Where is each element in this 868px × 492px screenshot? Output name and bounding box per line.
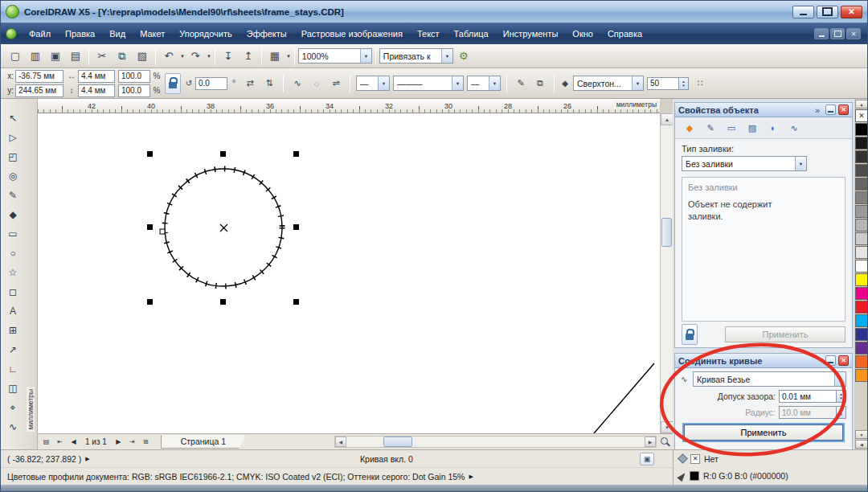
options-button[interactable]: ⚙ [454, 47, 473, 66]
docker-close-button[interactable] [838, 105, 849, 115]
add-page-button[interactable]: ⊞ [139, 436, 153, 449]
color-swatch[interactable] [855, 150, 868, 163]
undo-dropdown-arrow[interactable]: ▼ [180, 54, 185, 59]
outline-dialog-button[interactable]: ✎ [513, 76, 529, 92]
vertical-scrollbar[interactable]: ▲ ▼ [660, 113, 673, 433]
fill-type-combo[interactable]: Без заливки [682, 156, 807, 171]
export-button[interactable]: ↥ [239, 47, 258, 66]
end-arrowhead-combo[interactable]: — [467, 76, 501, 91]
docker-minimize-button[interactable] [825, 105, 836, 115]
first-page-button[interactable]: ⇤ [53, 436, 67, 449]
eyedropper-tool[interactable]: ⌖ [2, 398, 23, 417]
selection-handle[interactable] [220, 299, 226, 305]
color-swatch[interactable] [855, 328, 868, 341]
snap-dropdown-arrow[interactable] [441, 49, 452, 63]
freehand-tool[interactable]: ✎ [2, 186, 23, 205]
color-swatch[interactable] [855, 342, 868, 355]
reverse-direction-button[interactable]: ⇌ [328, 76, 344, 92]
scale-y-field[interactable]: 100.0 [118, 84, 150, 97]
end-arrowhead-dropdown-arrow[interactable] [489, 76, 500, 90]
menu-text[interactable]: Текст [410, 24, 447, 43]
scroll-down-arrow[interactable]: ▼ [661, 421, 674, 433]
docker-close-button[interactable] [838, 355, 849, 366]
selected-circle-object[interactable] [147, 151, 299, 305]
ellipse-tool[interactable]: ○ [2, 244, 23, 263]
paste-button[interactable]: ▨ [133, 47, 152, 66]
color-swatch[interactable] [855, 137, 868, 150]
internet-tab[interactable]: ◐ [764, 120, 783, 136]
spinner-arrows[interactable] [837, 390, 846, 403]
outline-width-dropdown-arrow[interactable] [632, 76, 643, 90]
open-button[interactable]: ▥ [26, 47, 45, 66]
pick-tool[interactable]: ↖ [2, 109, 23, 128]
object-height-field[interactable]: 4.4 мм [78, 84, 115, 97]
menu-view[interactable]: Вид [102, 24, 133, 43]
color-swatch[interactable] [855, 232, 868, 245]
crop-tool[interactable]: ◰ [2, 147, 23, 166]
save-button[interactable]: ▣ [46, 47, 65, 66]
polygon-tool[interactable]: ☆ [2, 263, 23, 282]
last-page-button[interactable]: ⇥ [125, 436, 139, 449]
vertical-scroll-thumb[interactable] [661, 218, 672, 247]
drawing-canvas[interactable] [38, 113, 660, 433]
scroll-up-arrow[interactable]: ▲ [661, 113, 674, 125]
close-button[interactable] [841, 6, 862, 18]
copy-properties-button[interactable]: ⧉ [532, 76, 548, 92]
menu-arrange[interactable]: Упорядочить [172, 24, 239, 43]
minimize-button[interactable] [792, 6, 814, 18]
frame-tab[interactable]: ▭ [722, 120, 741, 136]
auto-apply-lock-button[interactable] [682, 324, 698, 345]
doc-minimize-button[interactable] [814, 28, 829, 39]
outline-pen-tool[interactable]: ∿ [2, 417, 23, 437]
horizontal-scrollbar[interactable]: ◀ ▶ [334, 436, 657, 448]
color-swatch[interactable] [855, 287, 868, 300]
color-swatch[interactable] [855, 123, 868, 136]
dimension-tool[interactable]: ↗ [2, 340, 23, 359]
start-arrowhead-combo[interactable]: — [356, 76, 390, 91]
fill-type-dropdown-arrow[interactable] [795, 157, 806, 170]
color-swatch[interactable] [855, 246, 868, 259]
x-position-field[interactable]: -36.75 мм [15, 70, 63, 83]
spinner-arrows[interactable] [679, 77, 689, 90]
object-details-button[interactable]: ▣ [640, 453, 654, 465]
connector-tool[interactable]: ∟ [2, 359, 23, 379]
scroll-right-arrow[interactable]: ▶ [645, 437, 656, 447]
scale-lock-toggle[interactable] [165, 73, 181, 94]
selection-handle[interactable] [147, 224, 153, 230]
menu-layout[interactable]: Макет [133, 24, 172, 43]
smart-fill-tool[interactable]: ◆ [2, 205, 23, 224]
curve-start-node[interactable] [160, 229, 165, 234]
selection-handle[interactable] [147, 299, 153, 305]
selection-handle[interactable] [293, 299, 299, 305]
menu-file[interactable]: Файл [22, 24, 58, 43]
page-flyout-button[interactable]: ▤ [39, 436, 53, 449]
copy-button[interactable]: ⧉ [113, 47, 132, 66]
table-tool[interactable]: ⊞ [2, 321, 23, 340]
selection-handle[interactable] [293, 224, 299, 230]
menu-tools[interactable]: Инструменты [496, 24, 566, 43]
join-mode-combo[interactable]: Кривая Безье [693, 371, 846, 387]
blend-tool[interactable]: ◫ [2, 379, 23, 398]
palette-scroll-down-arrow[interactable]: ▼ [855, 430, 868, 439]
outline-width-spinner[interactable]: 50 [647, 77, 689, 90]
gap-tolerance-value[interactable]: 0.01 мм [779, 390, 837, 403]
import-button[interactable]: ↧ [219, 47, 238, 66]
color-swatch[interactable] [855, 260, 868, 273]
horizontal-scroll-thumb[interactable] [383, 437, 412, 447]
snap-to-combo[interactable]: Привязать к [379, 48, 453, 64]
basic-shapes-tool[interactable]: ◻ [2, 282, 23, 301]
menu-effects[interactable]: Эффекты [240, 24, 294, 43]
mirror-horizontal-button[interactable]: ⇄ [242, 76, 258, 92]
next-page-button[interactable]: ▶ [112, 436, 125, 449]
diagonal-line-object[interactable] [594, 363, 654, 433]
menu-help[interactable]: Справка [600, 24, 649, 43]
outline-tab[interactable]: ✎ [701, 120, 720, 136]
print-button[interactable]: ▤ [66, 47, 85, 66]
new-document-button[interactable]: ▢ [6, 47, 25, 66]
join-apply-button[interactable]: Применить [684, 424, 843, 441]
gap-tolerance-spinner[interactable]: 0.01 мм [779, 390, 846, 403]
zoom-tool[interactable]: ◎ [2, 166, 23, 186]
page-tab[interactable]: Страница 1 [161, 435, 246, 449]
outline-width-combo[interactable]: Сверхтон... [573, 76, 644, 91]
join-mode-dropdown-arrow[interactable] [834, 372, 845, 386]
